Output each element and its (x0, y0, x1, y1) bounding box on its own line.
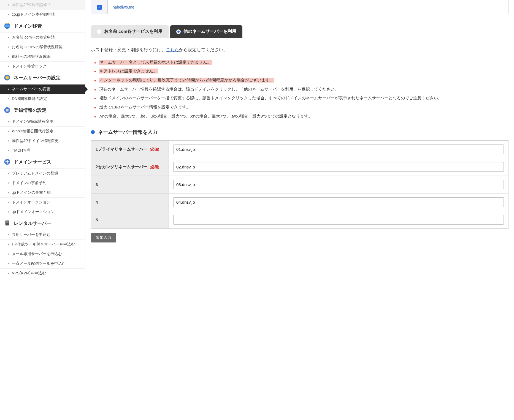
note-item: インターネットの環境により、反映完了まで24時間から72時間程度かかる場合がござ… (99, 76, 508, 85)
note-item: IPアドレスは設定できません。 (99, 67, 508, 76)
sidebar-item[interactable]: 属性型JP登録申請修正 (0, 0, 85, 10)
wrench-icon (3, 74, 11, 81)
caret-icon (8, 65, 9, 67)
sidebar-item-label: お名前.comへの移管状況確認 (12, 45, 63, 50)
host-info-text: ホスト登録・変更・削除を行うには、こちらから設定してください。 (91, 47, 508, 53)
sidebar-section-nameserver: ネームサーバーの設定 (0, 71, 85, 84)
caret-icon (8, 130, 9, 132)
sidebar-item-label: 他社への移管状況確認 (12, 54, 50, 59)
caret-icon (8, 4, 9, 6)
sidebar: 属性型JP登録申請修正 co.jpドメイン本登録申請 ドメイン移管 お名前.co… (0, 0, 85, 278)
globe-icon (3, 22, 11, 30)
nameserver-input-1[interactable] (173, 144, 504, 154)
caret-icon (8, 182, 9, 184)
sidebar-section-domain-transfer: ドメイン移管 (0, 19, 85, 32)
sidebar-item[interactable]: 一斉メール配信ツールを申込む (0, 259, 85, 268)
sidebar-item[interactable]: VPS(KVM)を申込む (0, 268, 85, 278)
note-item: 現在のネームサーバー情報を確認する場合は、該当ドメインをクリックし、「他のネーム… (99, 85, 508, 94)
sidebar-item-label: 共用サーバーを申込む (12, 232, 50, 237)
sidebar-item[interactable]: DNS関連機能の設定 (0, 94, 85, 103)
sidebar-item[interactable]: 他社への移管状況確認 (0, 52, 85, 61)
settings-icon (3, 106, 11, 114)
note-item: 複数ドメインのネームサーバーを一括で変更する際に、該当ドメインをクリックした場合… (99, 94, 508, 103)
sidebar-item[interactable]: ドメインの事前予約 (0, 178, 85, 188)
sidebar-item[interactable]: メール専用サーバーを申込む (0, 249, 85, 259)
sidebar-item-label: DNS関連機能の設定 (12, 96, 47, 101)
sidebar-item-label: 属性型JPドメイン情報変更 (12, 138, 59, 143)
sidebar-item[interactable]: ドメインWhois情報変更 (0, 117, 85, 126)
sidebar-item[interactable]: co.jpドメイン本登録申請 (0, 10, 85, 19)
sidebar-item-label: 属性型JP登録申請修正 (12, 2, 51, 7)
svg-rect-10 (6, 221, 9, 222)
table-row: 1プライマリネームサーバー (必須) (91, 141, 508, 158)
nameserver-input-5[interactable] (173, 215, 504, 225)
svg-rect-11 (6, 222, 9, 223)
domain-link[interactable]: nabeliwo.me (113, 5, 134, 9)
caret-icon (8, 253, 9, 255)
add-input-button[interactable]: 追加入力 (91, 233, 116, 242)
sidebar-section-title: ドメイン移管 (14, 23, 42, 29)
svg-rect-5 (6, 109, 9, 111)
svg-rect-8 (6, 161, 9, 162)
sidebar-section-domain-service: ドメインサービス (0, 155, 85, 168)
svg-point-1 (4, 24, 10, 27)
sidebar-item-label: ドメイン移管ロック (12, 64, 47, 69)
note-item: ネームサーバー名として未登録のホストは設定できません。 (99, 58, 508, 67)
ns-row-label: 4 (91, 193, 169, 211)
nameserver-input-3[interactable] (173, 180, 504, 189)
sidebar-item[interactable]: HP作成ツール付きサーバーを申込む (0, 239, 85, 249)
table-row: 3 (91, 176, 508, 193)
sidebar-item[interactable]: Whois情報公開代行設定 (0, 126, 85, 136)
table-row: 4 (91, 193, 508, 211)
sidebar-item-label: .jpドメインの事前予約 (12, 190, 51, 195)
svg-point-3 (6, 76, 9, 80)
nameserver-table: 1プライマリネームサーバー (必須) 2セカンダリネームサーバー (必須) 3 … (91, 140, 508, 229)
domain-checkbox[interactable]: ✓ (97, 5, 102, 10)
caret-icon (8, 140, 9, 142)
radio-icon (97, 29, 101, 34)
nameserver-input-4[interactable] (173, 197, 504, 207)
sidebar-item[interactable]: 共用サーバーを申込む (0, 230, 85, 239)
sidebar-item-label: HP作成ツール付きサーバーを申込む (12, 242, 75, 247)
sidebar-item[interactable]: お名前.comへの移管申請 (0, 32, 85, 42)
host-settings-link[interactable]: こちら (166, 47, 179, 52)
caret-icon (8, 98, 9, 100)
caret-icon (8, 272, 9, 274)
server-icon (3, 219, 11, 227)
tab-onamae-services[interactable]: お名前.com各サービスを利用 (91, 25, 169, 38)
sidebar-item-nameserver-change[interactable]: ネームサーバーの変更 (0, 84, 85, 94)
nameserver-input-2[interactable] (173, 162, 504, 172)
sidebar-item[interactable]: お名前.comへの移管状況確認 (0, 42, 85, 52)
sidebar-item-label: TMCH管理 (12, 148, 31, 153)
sidebar-section-title: 登録情報の設定 (14, 107, 47, 113)
note-list: ネームサーバー名として未登録のホストは設定できません。 IPアドレスは設定できま… (91, 58, 508, 121)
sidebar-item-label: ドメインWhois情報変更 (12, 119, 53, 124)
sidebar-section-registration: 登録情報の設定 (0, 103, 85, 117)
caret-icon (8, 263, 9, 265)
sidebar-item[interactable]: ドメインオークション (0, 197, 85, 207)
sidebar-item[interactable]: ドメイン移管ロック (0, 61, 85, 71)
caret-icon (8, 56, 9, 58)
sidebar-item-label: プレミアムドメインの登録 (12, 171, 58, 176)
sidebar-item[interactable]: .jpドメインオークション (0, 207, 85, 217)
caret-icon (8, 36, 9, 39)
tab-other-nameserver[interactable]: 他のネームサーバーを利用 (170, 25, 242, 38)
ns-row-label: 5 (91, 211, 169, 229)
bullet-icon (91, 130, 95, 134)
radio-icon (176, 29, 181, 34)
main-content: ✓ nabeliwo.me お名前.com各サービスを利用 他のネームサーバーを… (85, 0, 514, 278)
sidebar-item-label: 一斉メール配信ツールを申込む (12, 261, 66, 266)
caret-icon (8, 121, 9, 123)
sidebar-item[interactable]: TMCH管理 (0, 146, 85, 155)
caret-icon (8, 149, 9, 152)
caret-icon (8, 13, 9, 16)
table-row: 5 (91, 211, 508, 229)
caret-icon (8, 211, 9, 213)
caret-icon (8, 192, 9, 194)
sidebar-item-label: Whois情報公開代行設定 (12, 129, 53, 134)
caret-icon (8, 201, 9, 203)
sidebar-item[interactable]: プレミアムドメインの登録 (0, 168, 85, 178)
sidebar-item[interactable]: 属性型JPドメイン情報変更 (0, 136, 85, 146)
table-row: ✓ nabeliwo.me (91, 0, 508, 14)
sidebar-item[interactable]: .jpドメインの事前予約 (0, 188, 85, 197)
